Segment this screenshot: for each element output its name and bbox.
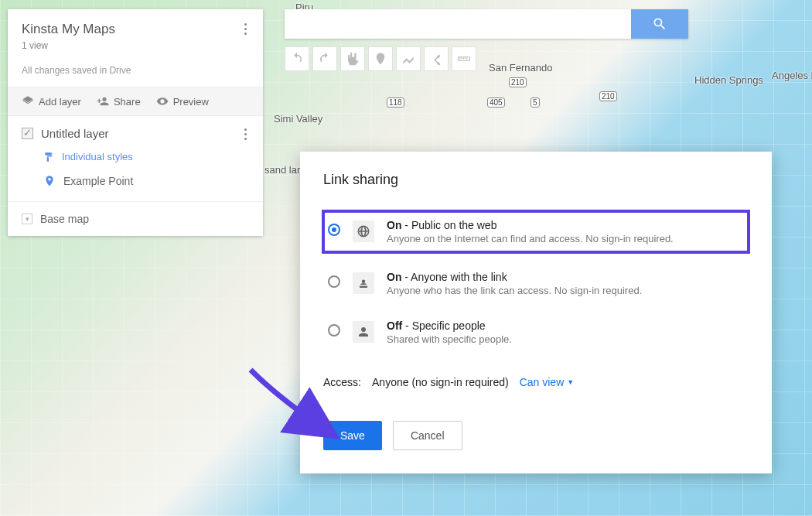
radio-specific[interactable] — [328, 324, 340, 337]
search-input[interactable] — [285, 9, 631, 39]
pin-icon — [43, 173, 56, 189]
map-panel: Kinsta My Maps 1 view All changes saved … — [8, 9, 263, 236]
option-public[interactable]: On - Public on the web Anyone on the Int… — [323, 211, 749, 252]
map-label: Hidden Springs — [694, 74, 763, 86]
layers-icon — [22, 95, 34, 108]
option-desc: Anyone who has the link can access. No s… — [387, 285, 744, 296]
access-label: Access: — [323, 376, 361, 388]
share-button[interactable]: Share — [97, 95, 141, 108]
layer-checkbox[interactable] — [22, 128, 33, 139]
layer-name: Untitled layer — [41, 127, 109, 140]
feature-item[interactable]: Example Point — [22, 169, 249, 189]
directions-tool[interactable] — [424, 46, 449, 71]
globe-icon — [353, 220, 374, 242]
option-specific[interactable]: Off - Specific people Shared with specif… — [323, 315, 749, 350]
option-desc: Shared with specific people. — [387, 333, 744, 345]
preview-label: Preview — [173, 96, 209, 108]
search-button[interactable] — [631, 9, 688, 39]
save-status: All changes saved in Drive — [8, 62, 263, 87]
search-icon — [652, 16, 667, 32]
person-add-icon — [97, 95, 109, 108]
option-link[interactable]: On - Anyone with the link Anyone who has… — [323, 266, 749, 301]
feature-label: Example Point — [63, 175, 133, 187]
person-icon — [353, 321, 374, 343]
pan-tool[interactable] — [340, 46, 365, 71]
layer-style-label: Individual styles — [62, 151, 133, 162]
undo-button[interactable] — [285, 46, 309, 71]
map-label: Simi Valley — [274, 113, 322, 125]
redo-button[interactable] — [312, 46, 337, 71]
basemap-label: Base map — [40, 213, 89, 225]
link-sharing-dialog: Link sharing On - Public on the web Anyo… — [300, 152, 772, 473]
map-toolbar — [285, 46, 476, 71]
radio-public[interactable] — [328, 224, 340, 236]
add-layer-label: Add layer — [39, 96, 81, 108]
cancel-button[interactable]: Cancel — [393, 421, 462, 450]
map-title: Kinsta My Maps — [22, 22, 249, 37]
measure-tool[interactable] — [452, 46, 476, 71]
access-permission-dropdown[interactable]: Can view▼ — [520, 376, 575, 388]
layer-style-button[interactable]: Individual styles — [22, 148, 249, 169]
link-people-icon — [353, 272, 374, 294]
map-menu-button[interactable] — [238, 22, 252, 36]
radio-link[interactable] — [328, 275, 340, 288]
layer-menu-button[interactable] — [238, 127, 252, 141]
add-layer-button[interactable]: Add layer — [22, 95, 81, 108]
map-views: 1 view — [22, 40, 249, 51]
save-button[interactable]: Save — [323, 421, 382, 450]
share-label: Share — [114, 96, 141, 108]
dialog-title: Link sharing — [323, 172, 749, 188]
basemap-toggle[interactable]: ▾ Base map — [8, 202, 263, 236]
preview-button[interactable]: Preview — [156, 95, 209, 108]
eye-icon — [156, 95, 169, 108]
line-tool[interactable] — [396, 46, 421, 71]
option-desc: Anyone on the Internet can find and acce… — [387, 233, 744, 244]
map-label: San Fernando — [489, 62, 552, 73]
marker-tool[interactable] — [368, 46, 393, 71]
caret-down-icon: ▼ — [567, 378, 574, 386]
caret-down-icon: ▾ — [22, 214, 32, 224]
map-label: Angeles National Fo — [772, 70, 812, 81]
access-value: Anyone (no sign-in required) — [372, 376, 509, 388]
paint-roller-icon — [43, 152, 54, 162]
search-bar — [285, 9, 688, 39]
